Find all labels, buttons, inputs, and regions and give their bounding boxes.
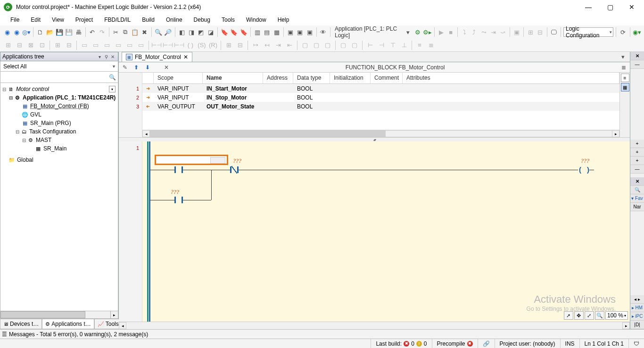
right-add2-icon[interactable]: + <box>630 148 644 157</box>
ld-b-icon[interactable]: ⊟ <box>14 40 25 50</box>
ld-c-icon[interactable]: ⊠ <box>25 40 36 50</box>
ld-e-icon[interactable]: ⊞ <box>52 40 63 50</box>
col-name[interactable]: Name <box>203 73 263 83</box>
ld-cc-icon[interactable]: ≣ <box>426 40 436 50</box>
step2-icon[interactable]: ⤴ <box>470 27 479 37</box>
cfg2-icon[interactable]: ▣ <box>296 27 304 37</box>
right-panel-dash[interactable]: — <box>630 60 644 69</box>
ld-m-icon[interactable]: ⊞ <box>223 40 234 50</box>
breakpoint-icon[interactable]: 🔖 <box>220 27 229 37</box>
nav-fwd-icon[interactable]: ◉ <box>12 27 21 37</box>
zoom-level[interactable]: 100 % <box>605 311 628 320</box>
ld-contact-icon[interactable]: ⊢⊣ <box>151 40 162 50</box>
ld-t-icon[interactable]: ▢ <box>311 40 322 50</box>
right-name-tab[interactable]: Nar <box>630 203 644 211</box>
right-d-tab[interactable]: |D| <box>630 321 644 329</box>
tree-hscroll[interactable]: ▸ <box>0 311 118 319</box>
tab-devices[interactable]: 🖥Devices t… <box>0 319 42 329</box>
undo-icon[interactable]: ↶ <box>88 27 97 37</box>
ld-y-icon[interactable]: ⊣ <box>376 40 387 50</box>
menu-window[interactable]: Window <box>240 15 272 25</box>
bp3-icon[interactable]: 🔖 <box>239 27 248 37</box>
watch-icon[interactable]: 👁 <box>319 27 328 37</box>
pan-tool-icon[interactable]: ✥ <box>574 311 584 320</box>
redo-icon[interactable]: ↷ <box>98 27 106 37</box>
decl-down-icon[interactable]: ⬇ <box>143 64 152 71</box>
zoomfull-icon[interactable]: ⤢ <box>585 311 594 320</box>
decl-hscroll[interactable]: ◂▸ <box>142 130 619 137</box>
zoom-icon[interactable]: 🔍 <box>595 311 604 320</box>
menu-edit[interactable]: Edit <box>25 15 46 25</box>
ladder-hscroll[interactable]: ◂▸ <box>119 322 630 329</box>
stop-icon[interactable]: ■ <box>446 27 455 37</box>
menu-project[interactable]: Project <box>70 15 99 25</box>
right-add1-icon[interactable]: + <box>630 140 644 148</box>
gear-icon[interactable]: ⚙ <box>413 27 421 37</box>
step1-icon[interactable]: ⤵ <box>460 27 469 37</box>
right-ipc-tab[interactable]: ▸ iPC <box>630 312 644 321</box>
right-hm-tab[interactable]: ▸ HM <box>630 304 644 312</box>
tree-mast[interactable]: ⊟⚙ MAST <box>1 136 117 144</box>
menu-help[interactable]: Help <box>272 15 295 25</box>
ld-d-icon[interactable]: ⊡ <box>37 40 47 50</box>
bp2-icon[interactable]: 🔖 <box>230 27 238 37</box>
ld-coil-icon[interactable]: ( ) <box>185 40 196 50</box>
ld-aa-icon[interactable]: ⊥ <box>399 40 409 50</box>
ld-f-icon[interactable]: ⊟ <box>64 40 74 50</box>
tree-task-config[interactable]: ⊟🗂 Task Configuration <box>1 127 117 136</box>
ld-r-icon[interactable]: ⇤ <box>284 40 295 50</box>
scope-selector[interactable]: Select All <box>0 61 118 72</box>
menu-fbd[interactable]: FBD/LD/IL <box>99 15 136 25</box>
menu-file[interactable]: File <box>5 15 25 25</box>
decl-del-icon[interactable]: ✕ <box>162 64 171 71</box>
ld-h-icon[interactable]: ▭ <box>91 40 101 50</box>
tree-root-menu-icon[interactable]: ▾ <box>109 86 116 92</box>
step4-icon[interactable]: ⇥ <box>489 27 497 37</box>
tree-application[interactable]: ⊟⚙ Application (PLC_1: TM241CE24R) <box>1 93 117 102</box>
open-icon[interactable]: 📂 <box>45 27 54 37</box>
copy-icon[interactable]: ⧉ <box>121 27 130 37</box>
delete-icon[interactable]: ✖ <box>140 27 149 37</box>
cursor-tool-icon[interactable]: ➚ <box>564 311 573 320</box>
ld-g-icon[interactable]: ▭ <box>79 40 90 50</box>
logic-config-combo[interactable]: Logic Configuration <box>563 27 613 37</box>
ld-n-icon[interactable]: ⊟ <box>235 40 245 50</box>
ld-a-icon[interactable]: ⊞ <box>3 40 13 50</box>
new-icon[interactable]: 🗋 <box>36 27 44 37</box>
tree-fb-motor-control[interactable]: ▦ FB_Motor_Control (FB) <box>1 102 117 110</box>
refresh-icon[interactable]: ⟳ <box>619 27 627 37</box>
paste-icon[interactable]: 📋 <box>131 27 139 37</box>
col-init[interactable]: Initialization <box>330 73 371 83</box>
tree-root[interactable]: ⊟🗎 Motor control ▾ <box>1 85 117 93</box>
menu-online[interactable]: Online <box>160 15 188 25</box>
no-contact[interactable] <box>174 166 183 173</box>
coil[interactable] <box>579 166 589 173</box>
decl-row[interactable]: VAR_OUTPUT OUT_Motor_State BOOL <box>142 102 619 111</box>
tree-gvl[interactable]: 🌐 GVL <box>1 110 117 119</box>
panel-pin-icon[interactable]: ⚲ <box>103 54 109 59</box>
bookmark4-icon[interactable]: ◪ <box>206 27 215 37</box>
tree-sr-main[interactable]: ▦ SR_Main (PRG) <box>1 119 117 127</box>
status-ins[interactable]: INS <box>560 339 579 348</box>
ld-v-icon[interactable]: ▢ <box>338 40 348 50</box>
ld-o-icon[interactable]: ↦ <box>250 40 261 50</box>
applications-tree[interactable]: ⊟🗎 Motor control ▾ ⊟⚙ Application (PLC_1… <box>0 83 118 311</box>
decl-new-icon[interactable]: ✎ <box>121 64 129 71</box>
build2-icon[interactable]: ▤ <box>263 27 271 37</box>
gear2-icon[interactable]: ⚙▸ <box>423 27 432 37</box>
find-icon[interactable]: 🔍 <box>154 27 163 37</box>
ld-k-icon[interactable]: ▭ <box>124 40 135 50</box>
findreplace-icon[interactable]: 🔎 <box>164 27 172 37</box>
bookmark3-icon[interactable]: ◩ <box>197 27 205 37</box>
nav-back-icon[interactable]: ◉ <box>3 27 11 37</box>
step3-icon[interactable]: ⤳ <box>479 27 488 37</box>
tree-search-input[interactable] <box>2 73 109 82</box>
col-datatype[interactable]: Data type <box>293 73 330 83</box>
cfg1-icon[interactable]: ▣ <box>286 27 295 37</box>
menu-tools[interactable]: Tools <box>216 15 240 25</box>
right-lr-icon[interactable]: ◂ ▸ <box>630 295 644 304</box>
ld-w-icon[interactable]: ▢ <box>349 40 360 50</box>
tree-global[interactable]: 📁 Global <box>1 156 117 164</box>
tree-mast-child[interactable]: ▦ SR_Main <box>1 144 117 153</box>
tab-close-icon[interactable]: ✕ <box>183 54 188 60</box>
